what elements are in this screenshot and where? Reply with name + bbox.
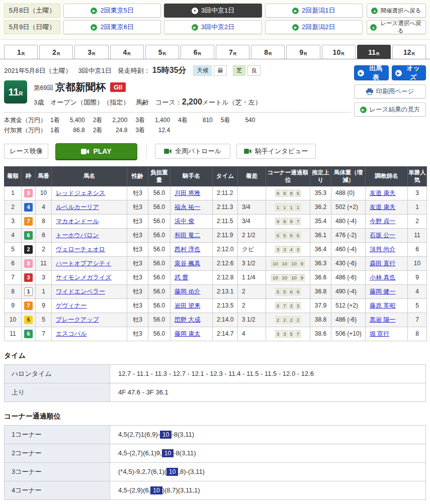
furlong-time-value: 12.7 - 11.1 - 11.3 - 12.7 - 12.1 - 12.3 …: [110, 364, 426, 383]
trainer-link[interactable]: 友道 康夫: [370, 189, 395, 196]
video-camera-icon: [81, 149, 89, 154]
horse-name-link[interactable]: ヴェローチェオロ: [56, 246, 105, 253]
horse-name-link[interactable]: ブレークアップ: [56, 316, 99, 323]
trainer-link[interactable]: 藤岡 健一: [370, 288, 395, 295]
table-row: ハロンタイム 12.7 - 11.1 - 11.3 - 12.7 - 12.1 …: [5, 364, 426, 383]
jockey-link[interactable]: 浜中 俊: [175, 218, 194, 225]
venue-button-tokyo-day5[interactable]: ▶ 2回東京5日: [63, 4, 161, 18]
jockey-link[interactable]: 和田 竜二: [175, 232, 200, 239]
venue-button-tokyo-day6[interactable]: ▶ 2回東京6日: [63, 20, 161, 34]
race-tab-6r[interactable]: 6R: [181, 45, 214, 59]
race-tab-5r[interactable]: 5R: [145, 45, 179, 59]
frame-badge: 6: [24, 330, 33, 338]
table-row: 上り 4F 47.6 - 3F 36.1: [5, 383, 426, 401]
results-column-header: 調教師名: [366, 167, 408, 186]
print-page-button[interactable]: 印刷用ページ: [354, 84, 426, 98]
trainer-cell: 須貝 尚介: [366, 242, 408, 256]
jockey-link[interactable]: 西村 淳也: [175, 246, 200, 253]
trainer-link[interactable]: 須貝 尚介: [370, 246, 395, 253]
trainer-link[interactable]: 黒岩 陽一: [370, 316, 395, 323]
corner-position-badge: 3: [282, 246, 287, 253]
race-tab-2r[interactable]: 2R: [39, 45, 73, 59]
patrol-video-button[interactable]: 全周パトロール: [155, 144, 230, 159]
finish-time: 2:11.9: [213, 228, 238, 242]
entry-table-button[interactable]: ▶ 出馬表: [354, 65, 389, 80]
horse-name-link[interactable]: マカオンドール: [56, 218, 99, 225]
play-button[interactable]: PLAY: [55, 143, 137, 159]
venue-button-chukyo-day1-selected[interactable]: ▼ 3回中京1日: [164, 4, 262, 18]
jockey-link[interactable]: 藤岡 康太: [175, 330, 200, 337]
jockey-link[interactable]: 泉谷 楓真: [175, 260, 200, 267]
jockey-link[interactable]: 岩田 望来: [175, 302, 200, 309]
race-course-note: メートル（芝・左）: [202, 98, 262, 106]
horse-name-link[interactable]: ゲヴィナー: [56, 302, 87, 309]
margin: 4: [238, 327, 266, 341]
trainer-link[interactable]: 堀 宣行: [370, 330, 389, 337]
trainer-link[interactable]: 今野 貞一: [370, 218, 395, 225]
race-tab-number: 4: [123, 48, 127, 56]
venue-button-chukyo-day2[interactable]: ▶ 3回中京2日: [164, 20, 262, 34]
trainer-link[interactable]: 森田 直行: [370, 260, 395, 267]
horse-name-link[interactable]: ハートオブアシティ: [56, 260, 111, 267]
finish-position: 1: [5, 186, 22, 200]
sex-age: 牡3: [127, 298, 148, 313]
venue-button-niigata-day1[interactable]: ▶ 2回新潟1日: [265, 4, 363, 18]
jockey-interview-button[interactable]: 騎手インタビュー: [236, 144, 316, 159]
horse-name-link[interactable]: ワイドエンペラー: [56, 288, 105, 295]
arrow-up-icon: ▲: [371, 8, 378, 14]
jockey-link[interactable]: 川田 将雅: [175, 189, 200, 196]
horse-name-link[interactable]: トーホウバロン: [56, 232, 99, 239]
win-favorite-rank: 1: [408, 200, 427, 214]
prize-money-label: 本賞金（万円）: [4, 116, 50, 125]
prize-amount: 24.8: [104, 127, 127, 134]
horse-name-link[interactable]: エスコバル: [56, 330, 87, 337]
win-favorite-rank: 9: [408, 270, 427, 284]
start-time-label: 発走時刻：: [118, 66, 150, 75]
corner-row: 2コーナー4,5-(2,7)(6,1)9,10-8(3,11): [5, 444, 426, 462]
jockey-link[interactable]: 武 豊: [175, 274, 188, 281]
back-to-race-select-button[interactable]: ▲ レース選択へ戻る: [367, 20, 426, 34]
race-tab-11r[interactable]: 11R: [357, 45, 391, 59]
estimated-last-3f: 36.2: [310, 200, 331, 214]
sex-age: 牡3: [127, 228, 148, 242]
race-tab-8r[interactable]: 8R: [251, 45, 285, 59]
trainer-cell: 石坂 公一: [366, 228, 408, 242]
horse-name-link[interactable]: ルペルカーリア: [56, 204, 99, 211]
race-tab-10r[interactable]: 10R: [322, 45, 356, 59]
horse-number: 9: [36, 298, 52, 313]
venue-button-niigata-day2[interactable]: ▶ 2回新潟2日: [265, 20, 363, 34]
back-to-meeting-select-button[interactable]: ▲ 開催選択へ戻る: [367, 4, 426, 18]
win-favorite-rank: 5: [408, 298, 427, 313]
race-tab-12r[interactable]: 12R: [392, 45, 426, 59]
estimated-last-3f: 35.3: [310, 186, 331, 200]
race-tab-7r[interactable]: 7R: [216, 45, 249, 59]
sex-age: 牡3: [127, 186, 148, 200]
frame-cell: 8: [22, 256, 36, 270]
video-camera-icon: [244, 149, 251, 154]
start-time-value: 15時35分: [152, 65, 187, 76]
race-distance: 2,200: [182, 97, 202, 106]
prize-place-label: 2着: [93, 127, 103, 134]
jockey-link[interactable]: 福永 祐一: [175, 204, 200, 211]
margin: 2: [238, 284, 266, 298]
trainer-link[interactable]: 藤原 英昭: [370, 302, 395, 309]
odds-button[interactable]: ▶ オッズ: [392, 65, 426, 80]
trainer-link[interactable]: 石坂 公一: [370, 232, 395, 239]
margin: 1 1/4: [238, 270, 266, 284]
estimated-last-3f: 38.6: [310, 327, 331, 341]
results-guide-button[interactable]: ▶ レース結果の見方: [354, 103, 426, 117]
horse-name-link[interactable]: レッドジェネシス: [56, 189, 105, 196]
jockey-cell: 武 豊: [170, 270, 213, 284]
trainer-link[interactable]: 小林 真也: [370, 274, 395, 281]
race-tab-1r[interactable]: 1R: [4, 45, 38, 59]
corner-position-badge: 3: [295, 246, 301, 253]
race-tab-4r[interactable]: 4R: [110, 45, 144, 59]
race-tab-9r[interactable]: 9R: [286, 45, 320, 59]
trainer-cell: 黒岩 陽一: [366, 313, 408, 327]
trainer-link[interactable]: 友道 康夫: [370, 204, 395, 211]
race-tab-3r[interactable]: 3R: [74, 45, 108, 59]
horse-name-link[interactable]: サイモンメガライズ: [56, 274, 112, 281]
jockey-link[interactable]: 藤岡 佑介: [175, 288, 200, 295]
jockey-link[interactable]: 団野 大成: [175, 316, 200, 323]
jockey-cell: 藤岡 佑介: [170, 284, 213, 298]
